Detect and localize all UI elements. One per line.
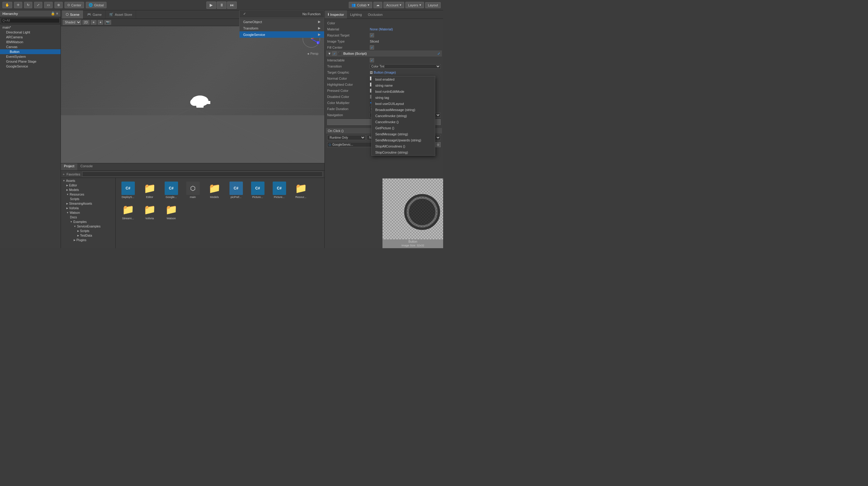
hierarchy-item-main[interactable]: main*: [0, 25, 61, 30]
tab-inspector[interactable]: ℹ Inspector: [325, 10, 347, 19]
gs-bool-enabled[interactable]: bool enabled: [372, 76, 435, 83]
asset-models[interactable]: 📁 Models: [205, 180, 224, 200]
hierarchy-search-input[interactable]: [1, 18, 60, 23]
gs-bool-ruineditmode[interactable]: bool runInEditMode: [372, 89, 435, 95]
layout-btn[interactable]: Layout: [425, 2, 441, 8]
camera-btn[interactable]: 📷: [104, 20, 111, 25]
project-search-input[interactable]: [82, 171, 322, 177]
layers-btn[interactable]: Layers ▾: [405, 2, 424, 8]
center-btn[interactable]: ⊙ Center: [64, 2, 84, 8]
sun-btn[interactable]: ☀: [91, 20, 96, 25]
step-button[interactable]: ⏭: [227, 2, 237, 9]
hierarchy-item-arcamera[interactable]: ARCamera: [0, 35, 61, 39]
asset-vuforia[interactable]: 📁 Vuforia: [140, 202, 159, 221]
button-script-header[interactable]: ▼ ✓ ⬛ Button (Script) ⤢: [326, 51, 442, 57]
move-tool-btn[interactable]: ✛: [14, 2, 22, 8]
hierarchy-item-googleservice[interactable]: GoogleService: [0, 64, 61, 69]
tree-examples[interactable]: ▼ Examples: [61, 220, 115, 224]
fn-gameobject[interactable]: GameObject ▶: [240, 19, 324, 25]
gs-bool-useGUILayout[interactable]: bool useGUILayout: [372, 101, 435, 107]
fn-no-function[interactable]: ✓ No Function: [240, 11, 324, 17]
fill-center-checkbox[interactable]: ✓: [370, 45, 374, 50]
asset-deploys[interactable]: C# DeployS...: [118, 180, 138, 200]
tree-editor[interactable]: ▶ Editor: [61, 183, 115, 188]
gs-string-name[interactable]: string name: [372, 83, 435, 89]
gs-stopallcoroutines[interactable]: StopAllCoroutines (): [372, 143, 435, 149]
tree-streaming[interactable]: ▶ StreamingAssets: [61, 201, 115, 206]
gs-sendmessage[interactable]: SendMessage (string): [372, 131, 435, 137]
tree-scripts2[interactable]: ▶ Scripts: [61, 229, 115, 233]
transition-select[interactable]: Color Tint: [370, 64, 441, 69]
gs-stopcoroutine-string[interactable]: StopCoroutine (string): [372, 149, 435, 155]
rotate-tool-btn[interactable]: ↻: [24, 2, 32, 8]
pause-button[interactable]: ⏸: [217, 2, 226, 9]
asset-streaming[interactable]: 📁 Streami...: [118, 202, 138, 221]
tree-models[interactable]: ▶ Models: [61, 188, 115, 192]
tree-scripts[interactable]: Scripts: [61, 197, 115, 201]
hierarchy-item-ibmwatson[interactable]: IBMWatson: [0, 39, 61, 44]
checkbox-script[interactable]: ✓: [332, 52, 337, 56]
asset-editor[interactable]: 📁 Editor: [140, 180, 159, 200]
fx-btn[interactable]: ✦: [98, 20, 103, 25]
tab-scene[interactable]: ⬡ Scene: [62, 10, 83, 19]
gs-getpicture[interactable]: GetPicture (): [372, 125, 435, 131]
tab-lighting[interactable]: Lighting: [347, 10, 365, 19]
transform-all-btn[interactable]: ⊕: [55, 2, 63, 8]
hierarchy-header: Hierarchy 🔒 ≡: [0, 10, 61, 17]
gs-cancelinvoke[interactable]: CancelInvoke (): [372, 119, 435, 125]
tree-service-examples[interactable]: ▼ ServiceExamples: [61, 224, 115, 229]
google-service-icon: ⬡: [329, 143, 331, 146]
2d-toggle-btn[interactable]: 2D: [83, 20, 90, 25]
scale-tool-btn[interactable]: ⤢: [34, 2, 42, 8]
global-btn[interactable]: 🌐 Global: [86, 2, 106, 8]
google-service-picker-btn[interactable]: ⊙: [435, 142, 441, 147]
gs-sendmessageupwards[interactable]: SendMessageUpwards (string): [372, 137, 435, 143]
hierarchy-menu-icon[interactable]: ≡: [56, 11, 58, 15]
asset-picture2[interactable]: C# Picture...: [269, 180, 289, 200]
asset-picture1[interactable]: C# Picture...: [248, 180, 268, 200]
account-btn[interactable]: Account ▾: [383, 2, 404, 8]
folder-icon-2: 📁: [208, 182, 221, 195]
collab-btn[interactable]: 👥 Collab ▾: [349, 2, 372, 8]
raycast-checkbox[interactable]: ✓: [370, 33, 374, 37]
tab-occlusion[interactable]: Occlusion: [365, 10, 385, 19]
hierarchy-lock-icon[interactable]: 🔒: [51, 11, 55, 15]
hierarchy-item-eventsystem[interactable]: EventSystem: [0, 54, 61, 59]
cloud-btn[interactable]: ☁: [373, 2, 382, 8]
runtime-only-select[interactable]: Runtime Only: [327, 135, 366, 140]
scene-view[interactable]: Y X Z ◄ Persp: [61, 26, 324, 163]
asset-watson[interactable]: 📁 Watson: [161, 202, 181, 221]
fn-transform[interactable]: Transform ▶: [240, 25, 324, 31]
fn-googleservice[interactable]: GoogleService ▶: [240, 31, 324, 38]
script-link-icon[interactable]: ⤢: [437, 52, 440, 56]
asset-main[interactable]: ⬡ main: [183, 180, 203, 200]
tree-assets[interactable]: ▼ Assets: [61, 179, 115, 183]
svg-text:Z: Z: [317, 42, 319, 44]
tree-resources[interactable]: ▼ Resources: [61, 192, 115, 197]
tree-vuforia[interactable]: ▶ Vuforia: [61, 206, 115, 210]
hierarchy-item-directional-light[interactable]: Directional Light: [0, 30, 61, 35]
tab-asset-store[interactable]: 🛒 Asset Store: [105, 10, 136, 19]
hierarchy-item-button[interactable]: Button: [0, 49, 61, 54]
shading-mode-select[interactable]: Shaded: [63, 20, 81, 25]
hierarchy-item-ground-plane[interactable]: Ground Plane Stage: [0, 59, 61, 64]
gs-cancelinvoke-string[interactable]: CancelInvoke (string): [372, 113, 435, 119]
asset-picpref[interactable]: C# picPref...: [226, 180, 246, 200]
asset-resour[interactable]: 📁 Resour...: [291, 180, 311, 200]
tree-plugins[interactable]: ▶ Plugins: [61, 238, 115, 242]
gs-string-tag[interactable]: string tag: [372, 95, 435, 101]
svg-line-20: [92, 108, 193, 163]
tab-console[interactable]: Console: [77, 163, 96, 170]
tab-game[interactable]: 🎮 Game: [83, 10, 105, 19]
interactable-checkbox[interactable]: ✓: [370, 58, 374, 62]
gs-broadcast-message[interactable]: BroadcastMessage (string): [372, 107, 435, 113]
tab-project[interactable]: Project: [61, 163, 77, 170]
tree-watson[interactable]: ▼ Watson: [61, 210, 115, 215]
asset-google[interactable]: C# Google...: [161, 180, 181, 200]
hierarchy-item-canvas[interactable]: Canvas: [0, 44, 61, 49]
tree-docs[interactable]: Docs: [61, 215, 115, 220]
tree-testdata[interactable]: ▶ TestData: [61, 233, 115, 238]
hand-tool-btn[interactable]: ✋: [2, 2, 12, 8]
play-button[interactable]: ▶: [206, 2, 216, 9]
rect-tool-btn[interactable]: ▭: [44, 2, 53, 8]
